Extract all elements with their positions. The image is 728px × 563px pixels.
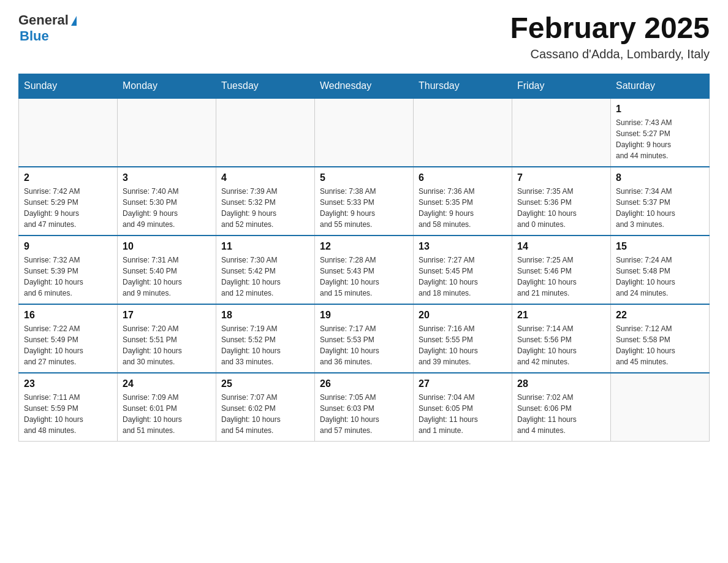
calendar-week-row: 9Sunrise: 7:32 AMSunset: 5:39 PMDaylight… [19,236,710,304]
month-title: February 2025 [510,12,710,45]
calendar-day-cell: 12Sunrise: 7:28 AMSunset: 5:43 PMDayligh… [315,236,414,304]
day-info: Sunrise: 7:05 AMSunset: 6:03 PMDaylight:… [320,392,408,436]
day-info: Sunrise: 7:17 AMSunset: 5:53 PMDaylight:… [320,323,408,367]
calendar-day-cell: 13Sunrise: 7:27 AMSunset: 5:45 PMDayligh… [414,236,512,304]
day-info: Sunrise: 7:38 AMSunset: 5:33 PMDaylight:… [320,186,408,230]
calendar-week-row: 16Sunrise: 7:22 AMSunset: 5:49 PMDayligh… [19,304,710,373]
calendar-day-cell: 22Sunrise: 7:12 AMSunset: 5:58 PMDayligh… [611,304,710,373]
day-number: 12 [320,241,408,252]
calendar-day-cell: 25Sunrise: 7:07 AMSunset: 6:02 PMDayligh… [216,373,315,442]
calendar-day-cell: 24Sunrise: 7:09 AMSunset: 6:01 PMDayligh… [118,373,216,442]
calendar-day-cell: 10Sunrise: 7:31 AMSunset: 5:40 PMDayligh… [118,236,216,304]
calendar-table: SundayMondayTuesdayWednesdayThursdayFrid… [18,74,710,442]
day-number: 20 [419,310,507,321]
logo-blue-text: Blue [20,28,49,44]
day-number: 23 [24,378,112,389]
day-info: Sunrise: 7:28 AMSunset: 5:43 PMDaylight:… [320,255,408,299]
day-info: Sunrise: 7:14 AMSunset: 5:56 PMDaylight:… [517,323,605,367]
calendar-day-cell: 7Sunrise: 7:35 AMSunset: 5:36 PMDaylight… [512,167,611,236]
calendar-day-cell: 14Sunrise: 7:25 AMSunset: 5:46 PMDayligh… [512,236,611,304]
day-info: Sunrise: 7:20 AMSunset: 5:51 PMDaylight:… [123,323,211,367]
day-number: 2 [24,172,112,183]
day-number: 13 [419,241,507,252]
calendar-day-cell: 21Sunrise: 7:14 AMSunset: 5:56 PMDayligh… [512,304,611,373]
day-of-week-header: Monday [118,74,216,98]
day-number: 27 [419,378,507,389]
logo: General Blue [18,12,77,44]
day-info: Sunrise: 7:36 AMSunset: 5:35 PMDaylight:… [419,186,507,230]
calendar-day-cell: 16Sunrise: 7:22 AMSunset: 5:49 PMDayligh… [19,304,118,373]
day-of-week-header: Thursday [414,74,512,98]
day-of-week-header: Saturday [611,74,710,98]
day-info: Sunrise: 7:12 AMSunset: 5:58 PMDaylight:… [616,323,704,367]
location-text: Cassano d'Adda, Lombardy, Italy [510,47,710,61]
day-number: 24 [123,378,211,389]
day-number: 3 [123,172,211,183]
calendar-day-cell: 20Sunrise: 7:16 AMSunset: 5:55 PMDayligh… [414,304,512,373]
day-info: Sunrise: 7:30 AMSunset: 5:42 PMDaylight:… [221,255,309,299]
day-info: Sunrise: 7:19 AMSunset: 5:52 PMDaylight:… [221,323,309,367]
calendar-day-cell: 19Sunrise: 7:17 AMSunset: 5:53 PMDayligh… [315,304,414,373]
day-info: Sunrise: 7:27 AMSunset: 5:45 PMDaylight:… [419,255,507,299]
day-number: 5 [320,172,408,183]
day-number: 7 [517,172,605,183]
calendar-day-cell: 17Sunrise: 7:20 AMSunset: 5:51 PMDayligh… [118,304,216,373]
calendar-day-cell: 27Sunrise: 7:04 AMSunset: 6:05 PMDayligh… [414,373,512,442]
day-number: 17 [123,310,211,321]
calendar-week-row: 23Sunrise: 7:11 AMSunset: 5:59 PMDayligh… [19,373,710,442]
day-info: Sunrise: 7:11 AMSunset: 5:59 PMDaylight:… [24,392,112,436]
calendar-day-cell [512,98,611,167]
calendar-day-cell [414,98,512,167]
logo-triangle-icon [71,16,77,26]
day-number: 19 [320,310,408,321]
day-number: 25 [221,378,309,389]
calendar-day-cell [19,98,118,167]
day-info: Sunrise: 7:16 AMSunset: 5:55 PMDaylight:… [419,323,507,367]
calendar-day-cell: 2Sunrise: 7:42 AMSunset: 5:29 PMDaylight… [19,167,118,236]
day-number: 9 [24,241,112,252]
day-info: Sunrise: 7:22 AMSunset: 5:49 PMDaylight:… [24,323,112,367]
day-number: 28 [517,378,605,389]
day-number: 15 [616,241,704,252]
calendar-day-cell: 23Sunrise: 7:11 AMSunset: 5:59 PMDayligh… [19,373,118,442]
day-number: 22 [616,310,704,321]
calendar-day-cell: 11Sunrise: 7:30 AMSunset: 5:42 PMDayligh… [216,236,315,304]
calendar-day-cell [216,98,315,167]
page-header: General Blue February 2025 Cassano d'Add… [18,12,710,61]
logo-general-text: General [18,12,69,28]
day-number: 26 [320,378,408,389]
calendar-day-cell: 5Sunrise: 7:38 AMSunset: 5:33 PMDaylight… [315,167,414,236]
day-number: 14 [517,241,605,252]
calendar-day-cell: 3Sunrise: 7:40 AMSunset: 5:30 PMDaylight… [118,167,216,236]
day-info: Sunrise: 7:35 AMSunset: 5:36 PMDaylight:… [517,186,605,230]
day-of-week-header: Tuesday [216,74,315,98]
calendar-day-cell: 6Sunrise: 7:36 AMSunset: 5:35 PMDaylight… [414,167,512,236]
day-number: 1 [616,104,704,115]
day-info: Sunrise: 7:42 AMSunset: 5:29 PMDaylight:… [24,186,112,230]
day-info: Sunrise: 7:04 AMSunset: 6:05 PMDaylight:… [419,392,507,436]
calendar-day-cell [118,98,216,167]
day-info: Sunrise: 7:24 AMSunset: 5:48 PMDaylight:… [616,255,704,299]
day-number: 8 [616,172,704,183]
day-of-week-header: Friday [512,74,611,98]
calendar-day-cell: 1Sunrise: 7:43 AMSunset: 5:27 PMDaylight… [611,98,710,167]
day-info: Sunrise: 7:25 AMSunset: 5:46 PMDaylight:… [517,255,605,299]
day-info: Sunrise: 7:43 AMSunset: 5:27 PMDaylight:… [616,117,704,161]
calendar-week-row: 1Sunrise: 7:43 AMSunset: 5:27 PMDaylight… [19,98,710,167]
day-info: Sunrise: 7:02 AMSunset: 6:06 PMDaylight:… [517,392,605,436]
calendar-day-cell: 26Sunrise: 7:05 AMSunset: 6:03 PMDayligh… [315,373,414,442]
day-info: Sunrise: 7:09 AMSunset: 6:01 PMDaylight:… [123,392,211,436]
calendar-week-row: 2Sunrise: 7:42 AMSunset: 5:29 PMDaylight… [19,167,710,236]
calendar-day-cell: 9Sunrise: 7:32 AMSunset: 5:39 PMDaylight… [19,236,118,304]
day-number: 11 [221,241,309,252]
day-info: Sunrise: 7:07 AMSunset: 6:02 PMDaylight:… [221,392,309,436]
day-of-week-header: Sunday [19,74,118,98]
calendar-day-cell: 8Sunrise: 7:34 AMSunset: 5:37 PMDaylight… [611,167,710,236]
day-info: Sunrise: 7:32 AMSunset: 5:39 PMDaylight:… [24,255,112,299]
day-number: 6 [419,172,507,183]
day-number: 4 [221,172,309,183]
day-number: 18 [221,310,309,321]
day-info: Sunrise: 7:34 AMSunset: 5:37 PMDaylight:… [616,186,704,230]
calendar-day-cell [611,373,710,442]
day-number: 10 [123,241,211,252]
